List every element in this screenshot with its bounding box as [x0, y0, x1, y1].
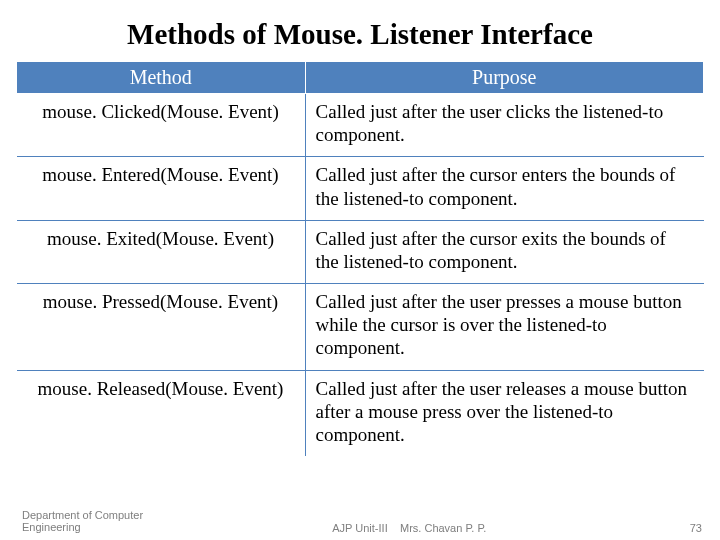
slide-title: Methods of Mouse. Listener Interface: [0, 0, 720, 61]
table-row: mouse. Pressed(Mouse. Event) Called just…: [17, 284, 704, 371]
purpose-cell: Called just after the cursor enters the …: [305, 157, 703, 220]
purpose-cell: Called just after the user presses a mou…: [305, 284, 703, 371]
table-row: mouse. Released(Mouse. Event) Called jus…: [17, 370, 704, 456]
method-cell: mouse. Exited(Mouse. Event): [17, 220, 306, 283]
footer-author: Mrs. Chavan P. P.: [400, 522, 486, 534]
footer-page-number: 73: [690, 522, 702, 534]
purpose-cell: Called just after the cursor exits the b…: [305, 220, 703, 283]
method-cell: mouse. Pressed(Mouse. Event): [17, 284, 306, 371]
purpose-cell: Called just after the user releases a mo…: [305, 370, 703, 456]
header-method: Method: [17, 62, 306, 94]
methods-table: Method Purpose mouse. Clicked(Mouse. Eve…: [16, 61, 704, 456]
table-row: mouse. Clicked(Mouse. Event) Called just…: [17, 94, 704, 157]
method-cell: mouse. Entered(Mouse. Event): [17, 157, 306, 220]
table-row: mouse. Exited(Mouse. Event) Called just …: [17, 220, 704, 283]
method-cell: mouse. Clicked(Mouse. Event): [17, 94, 306, 157]
header-purpose: Purpose: [305, 62, 703, 94]
table-header-row: Method Purpose: [17, 62, 704, 94]
method-cell: mouse. Released(Mouse. Event): [17, 370, 306, 456]
table-row: mouse. Entered(Mouse. Event) Called just…: [17, 157, 704, 220]
footer-unit: AJP Unit-III: [0, 522, 720, 534]
purpose-cell: Called just after the user clicks the li…: [305, 94, 703, 157]
